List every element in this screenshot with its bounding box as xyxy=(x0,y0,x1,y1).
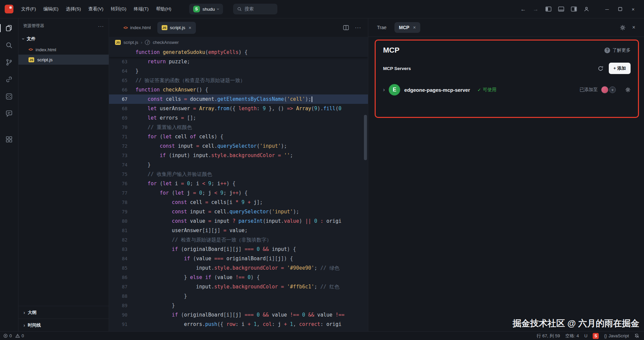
project-avatar: S xyxy=(193,6,200,12)
code-line[interactable]: 66function checkAnswer() { xyxy=(109,85,368,94)
maximize-button[interactable] xyxy=(618,7,622,11)
activity-benchmark[interactable] xyxy=(2,90,16,103)
code-line[interactable]: 84 if (value === originalBoard[i][j]) { xyxy=(109,254,368,263)
server-status-badge: ✓ 可使用 xyxy=(477,87,496,93)
code-line[interactable]: 90 if (originalBoard[i][j] === 0 && valu… xyxy=(109,310,368,320)
back-arrow-icon[interactable]: ← xyxy=(521,6,526,12)
code-text: } xyxy=(127,329,175,331)
code-line[interactable]: 76 for (let i = 0; i < 9; i++) { xyxy=(109,179,368,188)
split-editor-icon[interactable] xyxy=(343,25,349,30)
more-actions-icon[interactable]: ··· xyxy=(355,25,361,31)
close-panel-icon[interactable]: × xyxy=(632,24,635,30)
code-line[interactable]: 79 const input = cell.querySelector('inp… xyxy=(109,207,368,216)
code-line[interactable]: 74 } xyxy=(109,160,368,169)
activity-search[interactable] xyxy=(2,39,16,52)
editor-scrollbar[interactable] xyxy=(364,115,367,160)
file-item-index.html[interactable]: <>index.html xyxy=(18,45,109,55)
server-gear-icon[interactable] xyxy=(625,87,631,92)
code-line[interactable]: 85 input.style.backgroundColor = '#90ee9… xyxy=(109,263,368,273)
code-line[interactable]: 69 let errors = []; xyxy=(109,113,368,123)
section-大纲[interactable]: ›大纲 xyxy=(18,306,109,319)
toggle-left-panel-icon[interactable] xyxy=(545,6,551,12)
file-item-script.js[interactable]: JSscript.js xyxy=(18,55,109,65)
code-line[interactable]: 71 for (let cell of cells) { xyxy=(109,132,368,141)
code-line[interactable]: 88 } xyxy=(109,291,368,301)
panel-tab-Trae[interactable]: Trae xyxy=(376,22,388,33)
toggle-right-panel-icon[interactable] xyxy=(571,6,577,12)
close-tab-icon[interactable]: × xyxy=(413,25,416,30)
forward-arrow-icon[interactable]: → xyxy=(533,6,539,12)
add-server-button[interactable]: + 添加 xyxy=(609,63,631,74)
add-agent-button[interactable]: + xyxy=(609,86,616,93)
menu-item[interactable]: 文件(F) xyxy=(17,4,40,14)
breadcrumb-file[interactable]: script.js xyxy=(123,40,138,45)
code-line[interactable]: 77 for (let j = 0; j < 9; j++) { xyxy=(109,188,368,198)
code-line[interactable]: 67 const cells = document.getElementsByC… xyxy=(109,94,368,104)
code-line[interactable]: 70 // 重置输入框颜色 xyxy=(109,123,368,132)
search-box[interactable]: 搜索 xyxy=(233,4,277,14)
activity-explorer[interactable] xyxy=(2,22,16,35)
indentation[interactable]: 空格: 4 xyxy=(565,333,579,339)
line-number: 77 xyxy=(109,188,127,198)
tab-script.js[interactable]: JSscript.js× xyxy=(157,22,196,34)
menu-item[interactable]: 终端(T) xyxy=(130,4,152,14)
code-line[interactable]: 73 if (input) input.style.backgroundColo… xyxy=(109,151,368,160)
activity-remote[interactable] xyxy=(2,73,16,86)
activity-chat[interactable] xyxy=(2,107,16,120)
notifications-muted-icon[interactable] xyxy=(634,333,639,338)
code-line[interactable]: 78 const cell = cells[i * 9 + j]; xyxy=(109,198,368,207)
account-icon[interactable] xyxy=(584,6,589,12)
cursor-position[interactable]: 行 67, 列 59 xyxy=(537,333,560,339)
code-line[interactable]: 86 } else if (value !== 0) { xyxy=(109,273,368,282)
code-text: const input = cell.querySelector('input'… xyxy=(127,207,299,216)
sticky-scroll-line[interactable]: function generateSudoku(emptyCells) { xyxy=(109,48,368,57)
problems-indicator[interactable]: 0 0 xyxy=(3,333,24,338)
code-line[interactable]: 75 // 收集用户输入并验证颜色 xyxy=(109,169,368,179)
code-text: for (let cell of cells) { xyxy=(127,132,223,141)
menu-item[interactable]: 选择(S) xyxy=(62,4,85,14)
code-line[interactable]: 92 } xyxy=(109,329,368,331)
code-line[interactable]: 83 if (originalBoard[i][j] === 0 && inpu… xyxy=(109,245,368,254)
code-line[interactable]: 72 const input = cell.querySelector('inp… xyxy=(109,141,368,151)
more-actions-icon[interactable]: ··· xyxy=(98,23,104,29)
panel-tab-MCP[interactable]: MCP× xyxy=(394,22,420,33)
code-text: if (originalBoard[i][j] === 0 && value !… xyxy=(127,310,344,320)
code-line[interactable]: 64} xyxy=(109,66,368,76)
line-number: 76 xyxy=(109,179,127,188)
files-section-header[interactable]: › 文件 xyxy=(18,33,109,45)
toggle-bottom-panel-icon[interactable] xyxy=(558,6,564,12)
code-line[interactable]: 89 } xyxy=(109,301,368,310)
learn-more-link[interactable]: ? 了解更多 xyxy=(604,47,631,53)
code-line[interactable]: 80 const value = input ? parseInt(input.… xyxy=(109,216,368,226)
menu-item[interactable]: 转到(G) xyxy=(107,4,130,14)
menu-item[interactable]: 查看(V) xyxy=(85,4,107,14)
tab-index.html[interactable]: <>index.html xyxy=(119,22,155,34)
code-line[interactable]: 87 input.style.backgroundColor = '#ffb6c… xyxy=(109,282,368,291)
mcp-server-row[interactable]: › E edgeone-pages-mcp-server ✓ 可使用 已添加至 … xyxy=(383,81,631,99)
code-line[interactable]: 82 // 检查与原始谜题是否一致（非预填数字） xyxy=(109,235,368,245)
menu-item[interactable]: 编辑(E) xyxy=(40,4,62,14)
language-mode[interactable]: {} JavaScript xyxy=(604,333,629,338)
close-button[interactable]: × xyxy=(632,7,635,12)
close-tab-icon[interactable]: × xyxy=(189,25,191,30)
code-line[interactable]: 63 return puzzle; xyxy=(109,57,368,66)
project-selector[interactable]: S shudu › xyxy=(189,4,223,14)
activity-source-control[interactable] xyxy=(2,56,16,69)
gear-icon[interactable] xyxy=(620,25,626,30)
expand-chevron-icon[interactable]: › xyxy=(383,87,385,93)
activity-apps[interactable] xyxy=(2,133,16,146)
code-line[interactable]: 81 userAnswer[i][j] = value; xyxy=(109,226,368,235)
breadcrumb-symbol[interactable]: checkAnswer xyxy=(153,40,178,45)
encoding[interactable]: U xyxy=(584,333,587,338)
files-section-label: 文件 xyxy=(27,36,36,42)
code-text: } xyxy=(127,160,151,169)
code-line[interactable]: 68 let userAnswer = Array.from({ length:… xyxy=(109,104,368,113)
code-area[interactable]: function generateSudoku(emptyCells) {63 … xyxy=(109,48,368,331)
code-line[interactable]: 91 errors.push({ row: i + 1, col: j + 1,… xyxy=(109,320,368,329)
refresh-icon[interactable] xyxy=(598,66,603,71)
code-line[interactable]: 65// 验证答案的函数（检查是否与原始谜题一致） xyxy=(109,76,368,85)
mcp-annotation-box: MCP ? 了解更多 MCP Servers + 添加 xyxy=(375,40,639,118)
menu-item[interactable]: 帮助(H) xyxy=(152,4,175,14)
section-时间线[interactable]: ›时间线 xyxy=(18,319,109,331)
minimize-button[interactable]: ─ xyxy=(605,7,609,12)
